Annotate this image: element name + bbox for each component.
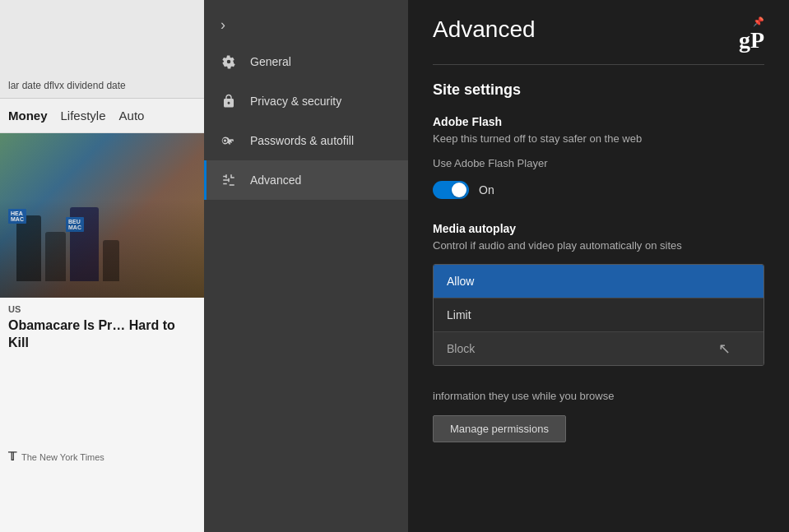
article-image: HEAMAC BEUMAC bbox=[0, 133, 204, 298]
category-lifestyle[interactable]: Lifestyle bbox=[61, 109, 106, 123]
panel-title: Advanced bbox=[433, 16, 536, 43]
source-name: The New York Times bbox=[21, 452, 104, 462]
category-auto[interactable]: Auto bbox=[119, 109, 145, 123]
panel-logo: gP bbox=[739, 27, 764, 53]
article-title: Obamacare Is Pr… Hard to Kill bbox=[0, 317, 204, 359]
sidebar-item-advanced[interactable]: Advanced bbox=[204, 160, 408, 200]
option-limit[interactable]: Limit bbox=[434, 298, 763, 332]
option-allow[interactable]: Allow bbox=[434, 265, 763, 298]
lock-icon bbox=[220, 93, 237, 109]
sidebar-item-general[interactable]: General bbox=[204, 42, 408, 81]
advanced-panel: Advanced 📌 gP Site settings Adobe Flash … bbox=[408, 0, 789, 532]
chevron-right-icon: › bbox=[220, 16, 225, 33]
adobe-flash-toggle-label: Use Adobe Flash Player bbox=[433, 156, 764, 171]
browser-content: lar date dflvx dividend date Money Lifes… bbox=[0, 0, 204, 532]
panel-logo-area: 📌 gP bbox=[739, 16, 764, 52]
browser-article: HEAMAC BEUMAC US Obamacare Is Pr… Hard t… bbox=[0, 133, 204, 479]
article-tag: US bbox=[0, 298, 204, 317]
media-autoplay-name: Media autoplay bbox=[433, 222, 764, 235]
section-title: Site settings bbox=[433, 81, 764, 99]
adobe-flash-desc: Keep this turned off to stay safer on th… bbox=[433, 132, 764, 146]
adobe-flash-name: Adobe Flash bbox=[433, 115, 764, 128]
sidebar-item-passwords[interactable]: Passwords & autofill bbox=[204, 121, 408, 160]
back-button[interactable]: › bbox=[204, 0, 408, 42]
browser-categories: Money Lifestyle Auto bbox=[0, 99, 204, 133]
nyt-logo: 𝕋 bbox=[8, 450, 16, 464]
media-autoplay-desc: Control if audio and video play automati… bbox=[433, 238, 764, 253]
manage-permissions-button[interactable]: Manage permissions bbox=[433, 415, 566, 442]
sliders-icon bbox=[220, 172, 237, 188]
adobe-flash-toggle[interactable] bbox=[433, 181, 469, 199]
cursor-pointer: ↖ bbox=[718, 340, 731, 358]
adobe-flash-toggle-row: On bbox=[433, 181, 764, 199]
option-block[interactable]: Block ↖ bbox=[434, 332, 763, 365]
article-source: 𝕋 The New York Times bbox=[0, 443, 113, 470]
permissions-note: information they use while you browse bbox=[433, 389, 764, 404]
adobe-flash-group: Adobe Flash Keep this turned off to stay… bbox=[433, 115, 764, 199]
privacy-label: Privacy & security bbox=[250, 95, 341, 108]
sidebar-item-privacy[interactable]: Privacy & security bbox=[204, 81, 408, 121]
panel-header: Advanced 📌 gP bbox=[433, 16, 764, 65]
gear-icon bbox=[220, 53, 237, 70]
passwords-label: Passwords & autofill bbox=[250, 134, 354, 147]
toggle-on-label: On bbox=[479, 183, 494, 197]
advanced-label: Advanced bbox=[250, 173, 301, 187]
category-money[interactable]: Money bbox=[8, 109, 48, 123]
media-autoplay-group: Media autoplay Control if audio and vide… bbox=[433, 222, 764, 365]
general-label: General bbox=[250, 55, 291, 68]
pin-icon: 📌 bbox=[739, 16, 764, 27]
settings-sidebar: › General Privacy & security Passwords &… bbox=[204, 0, 408, 532]
nav-text: lar date dflvx dividend date bbox=[8, 80, 126, 91]
key-icon bbox=[220, 132, 237, 149]
browser-top-bar: lar date dflvx dividend date bbox=[0, 0, 204, 99]
autoplay-dropdown[interactable]: Allow Limit Block ↖ bbox=[433, 264, 764, 366]
